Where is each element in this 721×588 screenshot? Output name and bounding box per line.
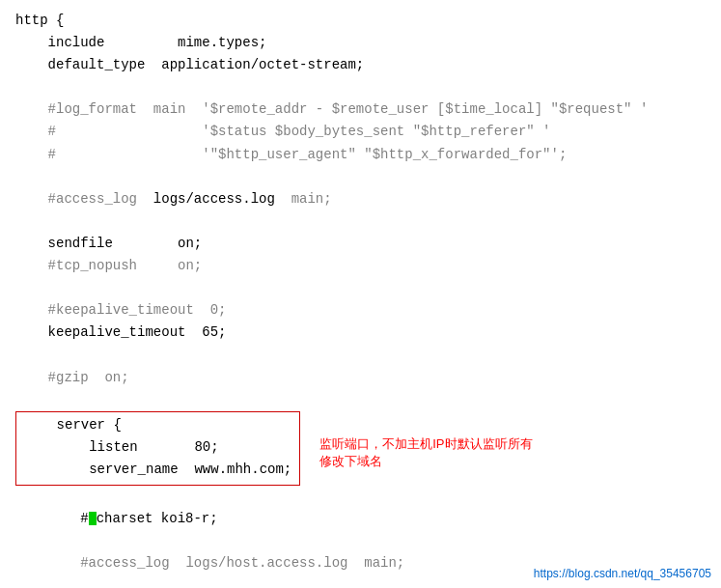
annotation-server-name: 修改下域名 <box>319 453 532 470</box>
line-keepalive-0: #keepalive_timeout 0; <box>15 299 706 322</box>
line-keepalive-65: keepalive_timeout 65; <box>15 322 706 344</box>
line-access-log: #access_log logs/access.log main; <box>15 188 706 210</box>
line-include: include mime.types; <box>15 32 706 54</box>
line-tcp-nopush: #tcp_nopush on; <box>15 255 706 277</box>
line-gzip: #gzip on; <box>15 367 706 389</box>
code-container: http { include mime.types; default_type … <box>0 0 721 588</box>
cursor <box>89 512 97 525</box>
line-charset: #charset koi8-r; <box>15 508 706 530</box>
line-sendfile: sendfile on; <box>15 233 706 255</box>
server-block-section: server { listen 80; server_name www.mhh.… <box>15 411 706 486</box>
line-log-format-3: # '"$http_user_agent" "$http_x_forwarded… <box>15 144 706 166</box>
line-log-format-1: #log_format main '$remote_addr - $remote… <box>15 98 706 121</box>
annotation-listen: 监听端口，不加主机IP时默认监听所有 <box>319 435 532 453</box>
line-http-open: http { <box>15 10 706 32</box>
line-listen: listen 80; <box>24 436 291 459</box>
line-server-open: server { <box>24 414 291 436</box>
watermark: https://blog.csdn.net/qq_35456705 <box>534 567 711 580</box>
line-default-type: default_type application/octet-stream; <box>15 54 706 76</box>
line-server-name: server_name www.mhh.com; <box>24 459 291 481</box>
server-block-bordered: server { listen 80; server_name www.mhh.… <box>15 411 300 486</box>
line-log-format-2: # '$status $body_bytes_sent "$http_refer… <box>15 121 706 143</box>
server-annotations: 监听端口，不加主机IP时默认监听所有 修改下域名 <box>319 411 532 470</box>
